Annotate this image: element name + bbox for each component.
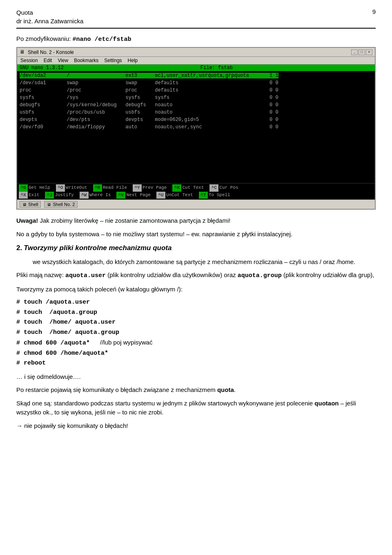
pliki-mid: (plik kontrolny udziałów dla użytkownikó… [106, 271, 238, 278]
header-author: dr inż. Anna Zatwarnicka [16, 17, 83, 25]
ellipsis-para: … i się odmeldowuje…. [16, 372, 376, 382]
quota-bold-label: quota [217, 386, 234, 393]
commands-section: # touch /aquota.user # touch /aquota.gro… [16, 298, 376, 368]
nano-header: GNU nano 1.3.12 File: fstab [17, 65, 375, 71]
tab-shell-1[interactable]: 🖥 Shell [20, 201, 41, 208]
nano-footer-row-1: ^G Get Help ^O WriteOut ^R Read File ^Y … [19, 184, 373, 192]
skad-para: Skąd one są: standardowo podczas startu … [16, 399, 376, 417]
nano-cmd-nextpage: ^V Next Page [116, 192, 150, 199]
fstab-blank-2 [20, 138, 372, 145]
tab-shell-2[interactable]: 🖥 Shell No. 2 [44, 201, 78, 208]
key-cy: ^Y [133, 184, 142, 192]
warning-paragraph: Uwaga! Jak zrobimy literówkę – nie zosta… [16, 216, 376, 226]
nano-header-right [370, 65, 372, 71]
fstab-blank-4 [20, 153, 372, 160]
label-cuttext: Cut Text [182, 184, 204, 192]
aquota-user-label: aquota.user [65, 272, 106, 279]
arrow-text: → nie pojawiły się komunikaty o błędach! [16, 421, 376, 431]
po-restarcie-end: . [234, 386, 236, 393]
doc-body: Uwaga! Jak zrobimy literówkę – nie zosta… [16, 216, 376, 430]
nano-cmd-uncuttext: ^U UnCut Text [156, 192, 193, 199]
page-number: 9 [372, 8, 376, 15]
warning-line2: No a gdyby to była systemowa – to nie mo… [16, 230, 376, 239]
terminal-content: /dev/sda2 / ext3 acl,user_xattr,usrquota… [17, 71, 375, 183]
pliki-para: Pliki mają nazwę: aquota.user (plik kont… [16, 271, 376, 281]
nano-cmd-cuttext: ^K Cut Text [172, 184, 204, 192]
label-exit: Exit [29, 192, 39, 199]
menu-edit[interactable]: Edit [44, 58, 52, 63]
nano-version: GNU nano 1.3.12 [20, 65, 64, 71]
fstab-blank-1 [20, 131, 372, 138]
fstab-line-7: devpts /dev/pts devpts mode=0620,gid=5 0… [20, 116, 372, 123]
label-prevpage: Prev Page [143, 184, 167, 192]
tab-shell-1-label: Shell [28, 202, 38, 207]
key-cw: ^W [80, 192, 89, 199]
fstab-blank-5 [20, 160, 372, 168]
maximize-button[interactable]: □ [359, 49, 365, 55]
fstab-blank-6 [20, 168, 372, 175]
fstab-blank-7 [20, 175, 372, 182]
terminal-icon: 🖥 [20, 49, 24, 55]
fstab-line-5: debugfs /sys/kernel/debug debugfs noauto… [20, 101, 372, 109]
nano-cmd-prevpage: ^Y Prev Page [133, 184, 167, 192]
menu-help[interactable]: Help [128, 58, 138, 63]
cmd-7: # reboot [16, 359, 376, 368]
label-whereis: Where Is [89, 192, 111, 199]
key-ck: ^K [172, 184, 181, 192]
fstab-blank-3 [20, 145, 372, 153]
section-intro-para: we wszystkich katalogach, do których zam… [33, 257, 376, 267]
cmd-2: # touch /aquota.group [16, 308, 376, 318]
cmd-3: # touch /home/ aquota.user [16, 318, 376, 327]
key-cg: ^G [19, 184, 28, 192]
nano-footer-row-2: ^X Exit ^J Justify ^W Where Is ^V Next P… [19, 192, 373, 199]
section-title: Tworzymy pliki kontrolne mechanizmu quot… [24, 244, 172, 252]
key-cv: ^V [116, 192, 125, 199]
section-intro: Po zmodyfikowaniu: #nano /etc/fstab [16, 35, 376, 43]
shell-icon: 🖥 [22, 202, 27, 207]
label-readfile: Read File [103, 184, 127, 192]
nano-command: #nano /etc/fstab [73, 36, 131, 43]
tworzymy-para: Tworzymy za pomocą takich poleceń (w kat… [16, 285, 376, 294]
key-cu: ^U [156, 192, 165, 199]
fstab-line-3: proc /proc proc defaults 0 0 [20, 87, 372, 94]
terminal-bottom-bar: 🖥 Shell 🖥 Shell No. 2 [17, 199, 375, 209]
menu-session[interactable]: Session [20, 58, 38, 63]
pliki-intro: Pliki mają nazwę: [16, 271, 65, 278]
key-cx: ^X [19, 192, 28, 199]
menu-bookmarks[interactable]: Bookmarks [74, 58, 98, 63]
nano-cmd-readfile: ^R Read File [93, 184, 127, 192]
section-intro-text: Po zmodyfikowaniu: [16, 35, 73, 42]
nano-cmd-curpos: ^C Cur Pos [209, 184, 238, 192]
fstab-line-1: /dev/sda2 / ext3 acl,user_xattr,usrquota… [20, 72, 372, 79]
label-nextpage: Next Page [126, 192, 150, 199]
terminal-menubar: Session Edit View Bookmarks Settings Hel… [17, 57, 375, 65]
nano-cmd-writeout: ^O WriteOut [56, 184, 87, 192]
nano-cmd-exit: ^X Exit [19, 192, 39, 199]
cmd-4: # touch /home/ aquota.group [16, 328, 376, 338]
fstab-line-6: usbfs /proc/bus/usb usbfs noauto 0 0 [20, 109, 372, 116]
label-gethelp: Get Help [29, 184, 50, 192]
section-number: 2. [16, 244, 22, 252]
fstab-line-8: /dev/fd0 /media/floppy auto noauto,user,… [20, 123, 372, 131]
terminal-title: Shell No. 2 - Konsole [28, 49, 74, 55]
uwaga-label: Uwaga! [16, 217, 38, 224]
menu-view[interactable]: View [58, 58, 68, 63]
key-cj: ^J [45, 192, 54, 199]
nano-footer: ^G Get Help ^O WriteOut ^R Read File ^Y … [17, 183, 375, 199]
key-cr: ^R [93, 184, 102, 192]
fstab-line-4: sysfs /sys sysfs sysfs 0 0 [20, 94, 372, 101]
header-left: Quota dr inż. Anna Zatwarnicka [16, 8, 83, 25]
po-restarcie-text: Po restarcie pojawią się komunikaty o bł… [16, 386, 217, 393]
skad-text: Skąd one są: standardowo podczas startu … [16, 400, 314, 407]
minimize-button[interactable]: _ [351, 49, 358, 55]
label-writeout: WriteOut [66, 184, 87, 192]
po-restarcie-para: Po restarcie pojawią się komunikaty o bł… [16, 385, 376, 395]
label-justify: Justify [55, 192, 74, 199]
close-button[interactable]: × [366, 49, 372, 55]
nano-cmd-tospell: ^T To Spell [199, 192, 230, 199]
nano-cmd-whereis: ^W Where Is [80, 192, 111, 199]
pliki-end: (plik kontrolny udziałów dla grup), [282, 271, 374, 278]
fstab-line-2: /dev/sda1 swap swap defaults 0 0 [20, 79, 372, 87]
menu-settings[interactable]: Settings [104, 58, 122, 63]
cmd-5: # chmod 600 /aquota* //lub poj wypisywać [16, 338, 376, 348]
